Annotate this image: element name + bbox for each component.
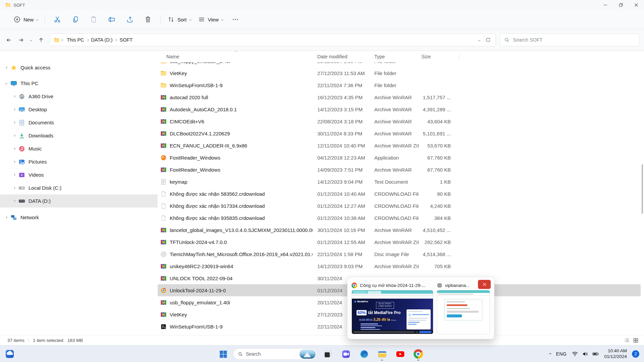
chevron-right-icon[interactable] xyxy=(13,95,15,98)
column-header-name[interactable]: Name xyxy=(158,54,313,59)
new-button[interactable]: New xyxy=(10,13,41,26)
back-button[interactable] xyxy=(3,35,14,45)
chat-button[interactable] xyxy=(338,347,353,361)
refresh-icon[interactable] xyxy=(485,37,491,43)
sidebar-item-data-d[interactable]: DATA (D:) xyxy=(0,194,158,207)
paste-button[interactable] xyxy=(88,13,100,25)
chevron-right-icon[interactable] xyxy=(13,200,15,202)
file-row-keymap[interactable]: keymap14/12/2023 9:04 PMText Document1 K… xyxy=(158,176,641,188)
file-explorer-button[interactable] xyxy=(375,347,389,361)
rename-button[interactable] xyxy=(106,13,118,25)
column-divider[interactable] xyxy=(316,54,316,60)
task-view-button[interactable] xyxy=(320,347,335,361)
file-row-ecn-fanuc-ladder-iii-6-9x86[interactable]: ECN_FANUC_LADDER-III_6.9x8612/11/2024 10… xyxy=(158,139,641,152)
chevron-down-icon[interactable] xyxy=(5,82,7,84)
file-row-winsetupfromusb-1-9[interactable]: WinSetupFromUSB-1-922/11/2024 7:36 PMFil… xyxy=(158,79,641,91)
breadcrumb-this-pc[interactable]: This PC xyxy=(64,36,87,44)
cut-button[interactable] xyxy=(51,13,63,25)
file-row-unikey46rc2-230919-win64[interactable]: unikey46RC2-230919-win6414/12/2023 9:03 … xyxy=(158,260,641,272)
recent-locations-button[interactable] xyxy=(28,35,34,45)
chrome-button[interactable] xyxy=(411,347,426,361)
sort-button[interactable]: Sort xyxy=(164,13,195,26)
chevron-right-icon[interactable] xyxy=(13,147,15,150)
sidebar-item-videos[interactable]: Videos xyxy=(0,168,158,181)
preview-close-button[interactable] xyxy=(478,280,491,289)
chevron-right-icon[interactable] xyxy=(13,134,15,137)
youtube-button[interactable] xyxy=(393,347,408,361)
clock[interactable]: 10:40 AM 01/12/2024 xyxy=(604,348,627,360)
delete-button[interactable] xyxy=(142,13,154,25)
large-icons-view-icon[interactable] xyxy=(633,338,639,343)
widgets-icon[interactable] xyxy=(5,350,14,358)
chevron-right-icon[interactable] xyxy=(13,121,15,124)
chevron-right-icon[interactable] xyxy=(5,66,7,69)
chevron-right-icon[interactable] xyxy=(13,174,15,176)
chevron-right-icon[interactable] xyxy=(5,216,7,219)
sidebar-item-network[interactable]: Network xyxy=(0,211,158,224)
details-view-icon[interactable] xyxy=(624,338,630,343)
file-row-tienichmaytinh-net-microsoft-office-2016-2019-x64-v2021-01-win10[interactable]: TienIchMayTinh.Net_Microsoft.Office.2016… xyxy=(158,248,641,260)
file-row-tftunlock-2024-v4-7-0-0[interactable]: TFTUnlock-2024-v4.7.0.001/12/2024 12:55 … xyxy=(158,236,641,248)
file-row-foxitreader-windows[interactable]: FoxitReader_Windows14/09/2023 7:51 PMArc… xyxy=(158,164,641,176)
sidebar-item-pictures[interactable]: Pictures xyxy=(0,155,158,168)
address-dropdown-chevron-icon[interactable] xyxy=(478,39,480,41)
file-row-autocad-2020-full[interactable]: autocad 2020 full16/12/2023 4:35 PMArchi… xyxy=(158,91,641,103)
file-size: 282,562 KB xyxy=(419,239,452,245)
share-button[interactable] xyxy=(124,13,136,25)
up-button[interactable] xyxy=(36,35,46,45)
sidebar-item-this-pc[interactable]: This PC xyxy=(0,77,158,90)
tray-icons[interactable] xyxy=(572,351,599,357)
start-button[interactable] xyxy=(216,347,230,361)
vertical-scrollbar[interactable] xyxy=(642,164,643,214)
edge-button[interactable] xyxy=(357,347,371,361)
search-highlight-image[interactable] xyxy=(300,349,316,359)
sidebar-item-a360-drive[interactable]: A360 Drive xyxy=(0,90,158,103)
preview-thumbnail-vipbanana[interactable] xyxy=(437,290,490,334)
file-row-cimcoedit-v6[interactable]: CIMCOEdit+V622/08/2024 3:18 PMArchive Wi… xyxy=(158,115,641,127)
breadcrumb[interactable]: This PC DATA (D:) SOFT xyxy=(50,34,496,46)
sidebar-item-local-disk-c[interactable]: Local Disk (C:) xyxy=(0,181,158,194)
search-input[interactable] xyxy=(513,37,635,43)
notification-badge[interactable]: 2 xyxy=(632,350,639,358)
file-row-kh-ng-c-x-c-nh-n-935835-crdownload[interactable]: Không được xác nhận 935835.crdownload01/… xyxy=(158,212,641,224)
copy-button[interactable] xyxy=(69,13,82,25)
column-divider[interactable] xyxy=(422,54,422,60)
sidebar-item-downloads[interactable]: Downloads xyxy=(0,129,158,142)
preview-thumbnail-mediafire[interactable]: MediaFire BLACK FRIDAYCYBER MONDAY 60%tắ… xyxy=(352,290,433,334)
column-header-size[interactable]: Size xyxy=(419,54,452,59)
breadcrumb-data-d[interactable]: DATA (D:) xyxy=(89,36,115,44)
taskbar-search[interactable]: Search xyxy=(233,348,317,360)
preview-window-1[interactable]: Công cụ mở khóa-2024-11-29-... MediaFire… xyxy=(352,281,433,336)
file-row-lancelot-global-images-v13-0-4-0-sjcmixm-20230111-0000-00-12[interactable]: lancelot_global_images_V13.0.4.0.SJCMIXM… xyxy=(158,224,641,236)
search-box[interactable] xyxy=(500,34,639,46)
minimize-button[interactable] xyxy=(598,0,613,10)
restore-button[interactable] xyxy=(613,0,629,10)
folder-icon xyxy=(5,2,11,8)
file-row-kh-ng-c-x-c-nh-n-917334-crdownload[interactable]: Không được xác nhận 917334.crdownload01/… xyxy=(158,200,641,212)
file-row-usb-floppy-emulator-1-40i[interactable]: usb_floppy_emulator_1.40i20/11/2024 1:08… xyxy=(158,62,641,67)
language-indicator[interactable]: ENG xyxy=(556,351,567,357)
close-button[interactable] xyxy=(629,0,644,10)
chevron-right-icon[interactable] xyxy=(13,108,15,111)
forward-button[interactable] xyxy=(15,35,26,45)
file-name-cell: 7WinSetupFromUSB-1-9 xyxy=(158,323,313,330)
sidebar-item-quick-access[interactable]: Quick access xyxy=(0,61,158,74)
file-row-dlcboot2022v4-1-220629[interactable]: DLCBoot2022V4.1.22062930/11/2024 8:33 PM… xyxy=(158,127,641,139)
file-row-vietkey[interactable]: VietKey27/12/2023 11:53 AMFile folder xyxy=(158,67,641,79)
file-row-autodesk-autocad-2018-0-1[interactable]: Autodesk_AutoCAD_2018.0.114/12/2023 3:15… xyxy=(158,103,641,115)
column-divider[interactable] xyxy=(373,54,373,60)
tray-overflow-chevron-icon[interactable] xyxy=(549,353,551,355)
sidebar-item-documents[interactable]: Documents xyxy=(0,116,158,129)
breadcrumb-soft[interactable]: SOFT xyxy=(117,36,135,44)
column-divider[interactable] xyxy=(459,54,459,60)
file-row-kh-ng-c-x-c-nh-n-583562-crdownload[interactable]: Không được xác nhận 583562.crdownload01/… xyxy=(158,188,641,200)
view-button[interactable]: View xyxy=(195,13,226,26)
sidebar-item-desktop[interactable]: Desktop xyxy=(0,103,158,116)
chevron-right-icon[interactable] xyxy=(13,161,15,163)
more-button[interactable] xyxy=(229,13,241,25)
column-header-type[interactable]: Type xyxy=(370,54,419,59)
file-row-foxitreader-windows[interactable]: FoxitReader_Windows04/12/2018 12:23 AMAp… xyxy=(158,152,641,164)
sidebar-item-music[interactable]: Music xyxy=(0,142,158,155)
column-header-date-modified[interactable]: Date modified xyxy=(313,54,370,59)
chevron-right-icon[interactable] xyxy=(13,187,15,189)
